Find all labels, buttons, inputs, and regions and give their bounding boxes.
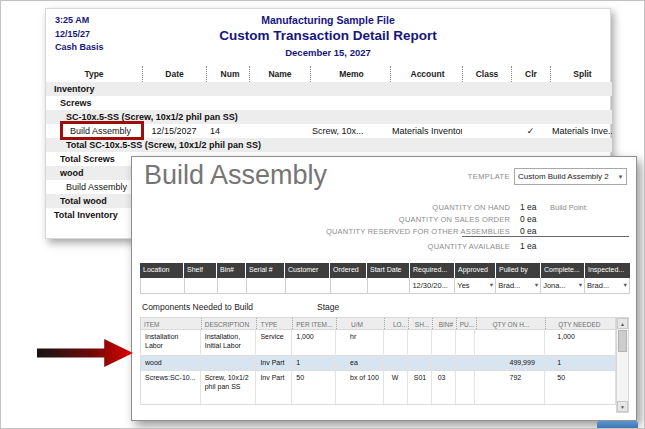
component-row[interactable]: Screws:SC-10... Screw, 10x1/2 phil pan S… — [140, 371, 616, 405]
complete-select[interactable]: Jona... ▼ — [541, 278, 585, 293]
col-required: Required... — [410, 263, 455, 278]
col-clr: Clr — [511, 66, 550, 82]
col-serial: Serial # — [246, 263, 285, 278]
chevron-down-icon: ▼ — [489, 281, 494, 293]
location-field[interactable] — [141, 278, 185, 293]
serial-field[interactable] — [247, 278, 286, 293]
customer-field[interactable] — [286, 278, 331, 293]
col-class: Class — [462, 66, 511, 82]
approved-select[interactable]: Yes ▼ — [455, 278, 496, 293]
components-caption: Components Needed to Build — [142, 302, 253, 312]
ordered-field[interactable] — [331, 278, 368, 293]
col-num: Num — [206, 66, 249, 82]
description-cell: Screw, 10x1/2 phil pan SS — [201, 371, 257, 404]
col-description: DESCRIPTION — [201, 318, 257, 329]
item-cell: wood — [141, 356, 201, 370]
complete-value: Jona... — [543, 281, 577, 293]
col-qty-needed: QTY NEEDED — [545, 318, 615, 329]
pu-cell — [456, 356, 476, 370]
quantity-summary: QUANTITY ON HAND 1 ea Build Point: QUANT… — [242, 201, 628, 252]
required-date-field[interactable]: 12/30/20... — [410, 278, 455, 293]
col-shelf: Shelf — [184, 263, 217, 278]
col-approved: Approved — [455, 263, 496, 278]
partial-blue-button[interactable] — [597, 421, 638, 429]
inspected-value: Brad... — [587, 281, 622, 293]
sh-cell — [408, 356, 432, 370]
pu-cell — [456, 330, 476, 355]
bin-field[interactable] — [218, 278, 247, 293]
detail-date: 12/15/2027 — [142, 126, 206, 136]
component-row-selected[interactable]: wood Inv Part 1 ea 499,999 1 — [140, 356, 616, 371]
bin-cell: 03 — [432, 371, 456, 404]
sh-cell: S01 — [408, 371, 432, 404]
col-date: Date — [142, 66, 206, 82]
components-header: ITEM DESCRIPTION TYPE PER ITEM... U/M LO… — [140, 317, 616, 330]
vertical-scrollbar[interactable]: ▲ ▼ — [616, 317, 629, 413]
tracking-row: 12/30/20... Yes ▼ Brad... ▼ Jona... ▼ Br… — [140, 278, 630, 294]
col-account: Account — [390, 66, 462, 82]
item-cell: Installation Labor — [141, 330, 201, 355]
pu-cell — [456, 371, 476, 404]
template-value: Custom Build Assembly 2 — [515, 172, 615, 181]
row-label: Total SC-10x.5-SS (Screw, 10x1/2 phil pa… — [46, 140, 612, 150]
scroll-up-icon[interactable]: ▲ — [617, 318, 628, 329]
col-complete: Complete... — [541, 263, 585, 278]
col-start-date: Start Date — [367, 263, 410, 278]
col-split: Split — [550, 66, 612, 82]
col-ordered: Ordered — [330, 263, 367, 278]
required-value: 12/30/20... — [412, 281, 453, 293]
um-cell: bx of 100 — [336, 371, 384, 404]
inspected-select[interactable]: Brad... ▼ — [585, 278, 630, 293]
lo-cell — [384, 330, 408, 355]
stage-label: Stage — [317, 302, 339, 312]
sh-cell — [408, 330, 432, 355]
description-cell — [201, 356, 257, 370]
detail-split: Materials Inve... — [550, 126, 612, 136]
qty-label: QUANTITY AVAILABLE — [242, 242, 510, 251]
build-assembly-window: Build Assembly TEMPLATE Custom Build Ass… — [131, 156, 637, 421]
chevron-down-icon: ▼ — [578, 281, 583, 293]
report-row-inventory: Inventory — [46, 82, 612, 96]
form-title: Build Assembly — [144, 160, 327, 191]
tracking-header: Location Shelf Bin# Serial # Customer Or… — [140, 263, 630, 278]
qty-value: 0 ea — [510, 226, 544, 236]
qty-needed-cell: 50 — [545, 371, 615, 404]
qty-available-row: QUANTITY AVAILABLE 1 ea — [242, 240, 628, 252]
detail-clr-checkmark-icon: ✓ — [511, 126, 550, 136]
scrollbar-thumb[interactable] — [618, 330, 627, 352]
um-cell: ea — [336, 356, 384, 370]
qty-value: 0 ea — [510, 214, 544, 224]
qty-label: QUANTITY ON HAND — [242, 203, 510, 212]
pulled-by-select[interactable]: Brad... ▼ — [496, 278, 541, 293]
components-table: ITEM DESCRIPTION TYPE PER ITEM... U/M LO… — [140, 317, 616, 405]
row-label: Screws — [46, 98, 612, 108]
detail-account: Materials Inventory — [390, 126, 462, 136]
scroll-down-icon[interactable]: ▼ — [617, 401, 628, 412]
component-row[interactable]: Installation Labor Installation, Initial… — [140, 330, 616, 356]
template-dropdown[interactable]: Custom Build Assembly 2 ▼ — [514, 168, 627, 185]
col-memo: Memo — [310, 66, 390, 82]
report-row-screws: Screws — [46, 96, 612, 110]
per-item-cell: 50 — [292, 371, 336, 404]
qty-needed-cell: 1,000 — [545, 330, 615, 355]
col-pu: PU... — [456, 318, 476, 329]
qty-on-hand-row: QUANTITY ON HAND 1 ea Build Point: — [242, 201, 628, 213]
start-date-field[interactable] — [368, 278, 411, 293]
row-label: Inventory — [46, 84, 612, 94]
col-lo: LO... — [384, 318, 408, 329]
lo-cell: W — [384, 371, 408, 404]
qty-on-hand-cell — [475, 330, 545, 355]
report-date-range: December 15, 2027 — [46, 47, 610, 58]
qty-on-hand-cell: 792 — [475, 371, 545, 404]
col-customer: Customer — [285, 263, 330, 278]
type-cell: Service — [256, 330, 292, 355]
shelf-field[interactable] — [185, 278, 218, 293]
company-name: Manufacturing Sample File — [46, 14, 610, 26]
qty-label: QUANTITY RESERVED FOR OTHER ASSEMBLIES — [242, 227, 510, 236]
chevron-down-icon: ▼ — [615, 174, 626, 180]
col-type: TYPE — [256, 318, 292, 329]
chevron-down-icon: ▼ — [623, 281, 628, 293]
tracking-table: Location Shelf Bin# Serial # Customer Or… — [140, 263, 630, 294]
col-bin: Bin# — [217, 263, 246, 278]
screenshot-canvas: 3:25 AM 12/15/27 Cash Basis Manufacturin… — [0, 0, 645, 429]
